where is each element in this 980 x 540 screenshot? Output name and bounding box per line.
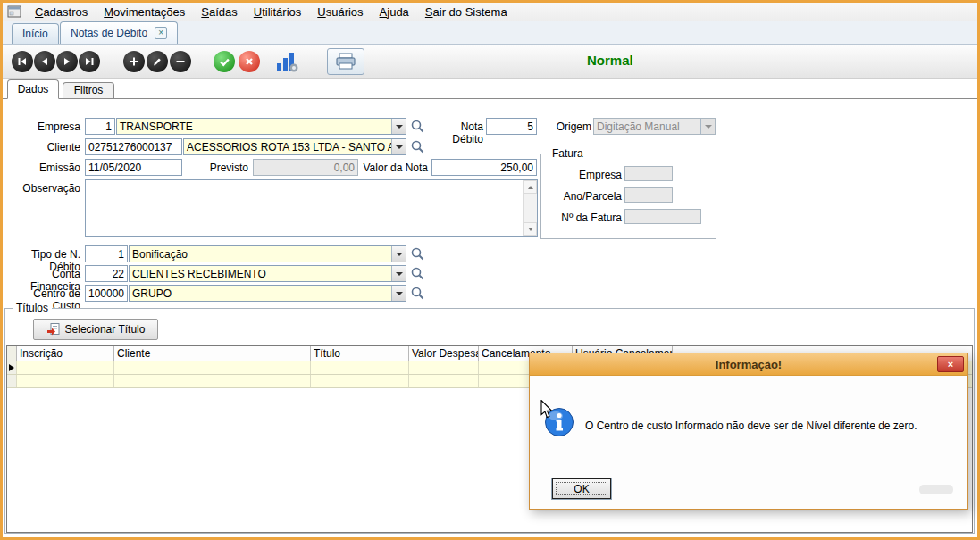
observacao-scrollbar[interactable] xyxy=(523,180,537,236)
delete-record-button[interactable] xyxy=(170,51,191,72)
add-record-button[interactable] xyxy=(123,51,145,72)
cliente-search-button[interactable] xyxy=(410,139,426,155)
observacao-textarea[interactable] xyxy=(85,179,538,237)
nav-first-icon xyxy=(17,56,28,67)
chevron-down-icon xyxy=(396,272,403,276)
search-icon xyxy=(410,286,425,301)
chevron-down-icon xyxy=(396,292,403,295)
x-icon xyxy=(244,56,255,67)
selecionar-titulo-label: Selecionar Título xyxy=(65,323,146,336)
conta-financeira-code-input[interactable] xyxy=(85,265,128,282)
nav-prev-icon xyxy=(39,56,50,67)
titulos-legend: Títulos xyxy=(13,302,52,314)
chevron-down-icon xyxy=(396,145,403,149)
origem-combo-value: Digitação Manual xyxy=(594,119,715,135)
dialog-close-button[interactable]: × xyxy=(937,356,964,372)
menu-usuarios[interactable]: Usuários xyxy=(309,4,371,21)
conta-financeira-dropdown-button[interactable] xyxy=(391,266,406,281)
centro-custo-dropdown-button[interactable] xyxy=(391,286,406,301)
origem-combo: Digitação Manual xyxy=(593,118,716,135)
tipo-debito-combo-value: Bonificação xyxy=(130,246,406,262)
search-icon xyxy=(410,119,425,134)
tab-inicio[interactable]: Início xyxy=(12,23,59,44)
menu-movimentacoes[interactable]: Movimentações xyxy=(96,4,193,21)
tipo-debito-code-input[interactable] xyxy=(85,245,128,262)
info-icon xyxy=(544,407,574,437)
print-button[interactable] xyxy=(327,48,364,75)
scroll-up-button[interactable] xyxy=(524,180,537,194)
ok-button[interactable]: OK xyxy=(552,478,611,499)
menu-ajuda[interactable]: Ajuda xyxy=(372,4,417,21)
tab-filtros[interactable]: Filtros xyxy=(63,82,114,98)
nav-last-button[interactable] xyxy=(79,51,100,72)
chevron-down-icon xyxy=(705,125,712,129)
tab-notas-debito[interactable]: Notas de Débito × xyxy=(60,21,178,44)
menu-sair[interactable]: Sair do Sistema xyxy=(417,4,515,21)
origem-dropdown-button xyxy=(700,119,715,134)
check-icon xyxy=(219,56,230,68)
nav-first-button[interactable] xyxy=(12,51,33,72)
edit-record-button[interactable] xyxy=(147,51,168,72)
tipo-debito-combo[interactable]: Bonificação xyxy=(129,245,406,262)
row-indicator-icon xyxy=(9,364,14,371)
menu-cadastros[interactable]: Cadastros xyxy=(27,4,96,21)
empresa-dropdown-button[interactable] xyxy=(391,119,406,134)
tipo-debito-dropdown-button[interactable] xyxy=(391,246,406,262)
scroll-up-icon xyxy=(528,186,533,189)
chevron-down-icon xyxy=(396,253,403,256)
empresa-code-input[interactable] xyxy=(85,118,115,135)
menu-utilitarios[interactable]: Utilitários xyxy=(246,4,309,21)
dialog-message: O Centro de custo Informado não deve ser… xyxy=(585,420,955,432)
selecionar-titulo-button[interactable]: Selecionar Título xyxy=(33,319,158,340)
tab-notas-debito-label: Notas de Débito xyxy=(71,27,147,39)
chevron-down-icon xyxy=(396,125,403,129)
confirm-button[interactable] xyxy=(214,51,235,72)
emissao-input[interactable] xyxy=(85,159,182,176)
previsto-input xyxy=(253,159,358,176)
status-label: Normal xyxy=(587,53,658,68)
tabsheet-border xyxy=(3,98,977,99)
grid-header-cliente[interactable]: Cliente xyxy=(114,346,311,361)
emissao-label: Emissão xyxy=(4,162,80,174)
nota-debito-label: Nota Débito xyxy=(434,120,483,145)
dialog-artifact xyxy=(919,485,953,494)
scroll-down-button[interactable] xyxy=(524,222,537,236)
conta-financeira-search-button[interactable] xyxy=(410,266,426,282)
cliente-combo-value: ACESSORIOS ROTA 153 LTDA - SANTO ANTON xyxy=(184,139,406,155)
cliente-combo[interactable]: ACESSORIOS ROTA 153 LTDA - SANTO ANTON xyxy=(183,138,406,155)
cliente-dropdown-button[interactable] xyxy=(391,139,406,154)
centro-custo-code-input[interactable] xyxy=(85,285,128,302)
tipo-debito-search-button[interactable] xyxy=(410,246,426,262)
empresa-combo[interactable]: TRANSPORTE xyxy=(116,118,406,135)
cancel-button[interactable] xyxy=(239,51,260,72)
ok-button-label: OK xyxy=(553,483,610,495)
grid-header-titulo[interactable]: Título xyxy=(311,346,409,361)
tab-dados[interactable]: Dados xyxy=(7,79,59,99)
pencil-icon xyxy=(152,56,163,67)
nav-prev-button[interactable] xyxy=(34,51,55,72)
empresa-label: Empresa xyxy=(4,120,80,133)
fatura-groupbox: Fatura Empresa Ano/Parcela Nº da Fatura xyxy=(540,154,716,239)
centro-custo-search-button[interactable] xyxy=(410,286,426,302)
centro-custo-combo[interactable]: GRUPO xyxy=(129,285,406,302)
search-icon xyxy=(410,139,425,154)
nota-debito-input[interactable] xyxy=(486,118,537,135)
grid-header-inscricao[interactable]: Inscrição xyxy=(17,346,114,361)
conta-financeira-combo[interactable]: CLIENTES RECEBIMENTO xyxy=(129,265,406,282)
dialog-titlebar[interactable]: Informação! × xyxy=(530,353,967,376)
grid-header-valor-despesas[interactable]: Valor Despesas xyxy=(409,346,479,361)
empresa-search-button[interactable] xyxy=(410,119,426,135)
dialog-title: Informação! xyxy=(716,358,782,371)
report-chart-button[interactable] xyxy=(275,50,298,73)
valor-nota-input[interactable] xyxy=(431,159,537,176)
cliente-code-input[interactable] xyxy=(85,138,182,155)
cliente-label: Cliente xyxy=(4,141,80,154)
toolbar: Normal xyxy=(3,45,977,79)
menu-saidas[interactable]: Saídas xyxy=(193,4,245,21)
plus-icon xyxy=(129,56,139,67)
nav-next-button[interactable] xyxy=(56,51,78,72)
minus-icon xyxy=(175,56,186,67)
fatura-legend: Fatura xyxy=(549,147,587,160)
nav-last-icon xyxy=(84,56,95,67)
tab-close-icon[interactable]: × xyxy=(155,27,167,39)
